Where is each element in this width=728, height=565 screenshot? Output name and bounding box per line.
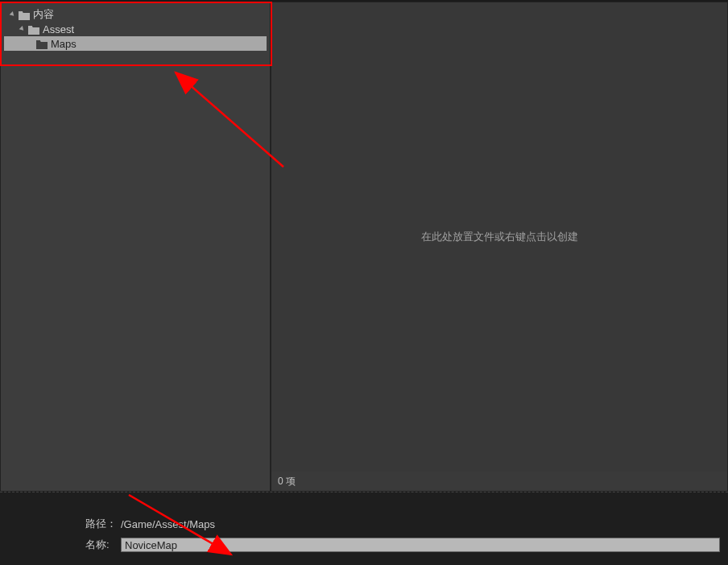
content-panel: 在此处放置文件或右键点击以创建 0 项: [271, 2, 727, 491]
content-status-bar: 0 项: [271, 472, 727, 491]
tree-item-content[interactable]: 内容: [4, 7, 267, 22]
item-count: 0 项: [278, 476, 296, 487]
tree-item-label: Maps: [51, 38, 77, 50]
path-row: 路径： /Game/Assest/Maps: [8, 517, 720, 531]
content-drop-area[interactable]: 在此处放置文件或右键点击以创建: [271, 2, 727, 472]
folder-tree-panel: 内容 Assest Maps: [1, 2, 271, 491]
path-label: 路径：: [8, 517, 121, 531]
expand-arrow-icon[interactable]: [10, 11, 17, 18]
folder-icon: [36, 39, 48, 48]
tree-content: 内容 Assest Maps: [1, 2, 270, 56]
tree-item-maps[interactable]: Maps: [4, 36, 267, 51]
top-section: 内容 Assest Maps: [0, 2, 728, 492]
folder-icon: [28, 25, 39, 34]
tree-item-label: Assest: [43, 23, 74, 35]
folder-icon: [19, 10, 30, 19]
name-row: 名称:: [8, 538, 720, 552]
tree-item-assest[interactable]: Assest: [4, 22, 267, 36]
expand-arrow-icon[interactable]: [20, 26, 27, 32]
name-label: 名称:: [8, 538, 121, 552]
path-value: /Game/Assest/Maps: [121, 518, 215, 530]
tree-item-label: 内容: [33, 7, 54, 22]
name-input[interactable]: [121, 538, 720, 552]
bottom-form-section: 路径： /Game/Assest/Maps 名称:: [0, 492, 728, 565]
main-container: 内容 Assest Maps: [0, 0, 728, 565]
drop-hint-text: 在此处放置文件或右键点击以创建: [421, 230, 578, 244]
